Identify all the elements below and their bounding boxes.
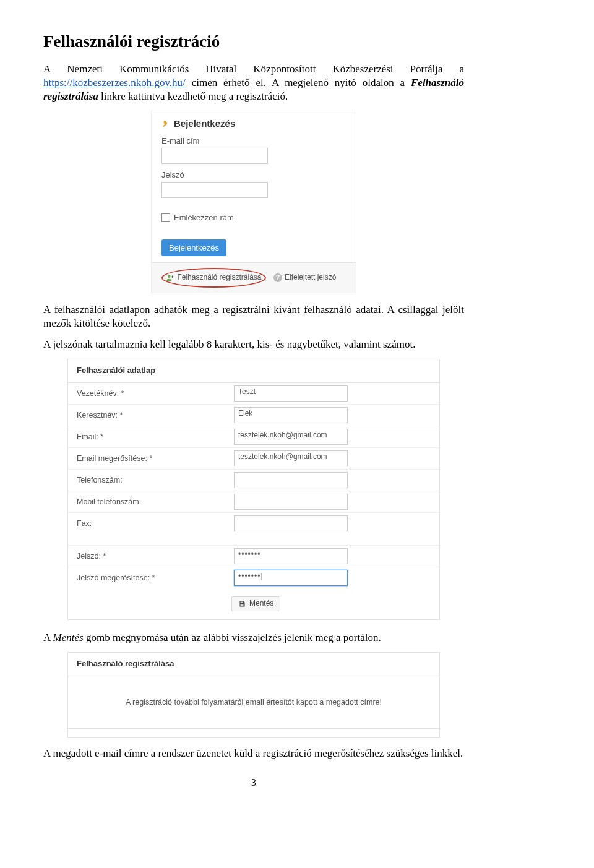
text: címen érhető el. A megjelenő nyitó oldal… [192,77,411,88]
paragraph-5: A megadott e-mail címre a rendszer üzene… [43,747,464,760]
form-row: Vezetéknév: *Teszt [68,383,439,405]
email-label: E-mail cím [161,136,346,147]
form-row: Keresztnév: *Elek [68,405,439,426]
page-number: 3 [43,776,464,789]
form-row: Jelszó: *••••••• [68,546,439,567]
svg-point-0 [168,275,171,278]
field-label: Telefonszám: [68,471,231,489]
key-icon [161,119,170,128]
save-icon [238,600,246,608]
field-label: Mobil telefonszám: [68,493,231,510]
login-screenshot: Bejelentkezés E-mail cím Jelszó Emlékezz… [151,111,356,293]
field-label: Keresztnév: * [68,406,231,424]
confirmation-message: A regisztráció további folyamatáról emai… [68,676,439,729]
field-label: Fax: [68,515,231,532]
user-data-form-screenshot: Felhasználói adatlap Vezetéknév: *TesztK… [67,359,440,620]
form-title: Felhasználói adatlap [68,359,439,383]
confirmation-screenshot: Felhasználó regisztrálása A regisztráció… [67,652,440,738]
form-row: Mobil telefonszám: [68,491,439,513]
field-input[interactable] [234,472,348,488]
form-row: Jelszó megerősítése: *•••••••| [68,567,439,588]
field-label: Email megerősítése: * [68,450,231,467]
page-heading: Felhasználói regisztráció [43,31,464,53]
form-row: Telefonszám: [68,470,439,491]
login-footer-links: Felhasználó regisztrálása ? Elfelejtett … [152,262,356,293]
text: gomb megnyomása után az alábbi visszajel… [86,632,381,643]
forgot-password-link[interactable]: Elfelejtett jelszó [285,273,336,283]
confirmation-title: Felhasználó regisztrálása [68,653,439,676]
login-title: Bejelentkezés [161,118,346,130]
text: A [43,632,53,643]
password-field[interactable]: ••••••• [234,548,348,564]
field-label: Jelszó megerősítése: * [68,569,231,587]
paragraph-4: A Mentés gomb megnyomása után az alábbi … [43,631,464,645]
form-row: Email megerősítése: *tesztelek.nkoh@gmai… [68,448,439,470]
email-input[interactable] [161,148,268,164]
password-label: Jelszó [161,170,346,181]
field-label: Email: * [68,428,231,445]
field-input[interactable] [234,515,348,531]
save-name: Mentés [53,632,84,643]
password-field[interactable]: •••••••| [234,570,348,586]
field-input[interactable]: tesztelek.nkoh@gmail.com [234,450,348,466]
register-user-link[interactable]: Felhasználó regisztrálása [177,273,261,283]
login-button[interactable]: Bejelentkezés [161,239,226,256]
field-input[interactable]: tesztelek.nkoh@gmail.com [234,429,348,445]
text: linkre kattintva kezdhető meg a regisztr… [101,90,288,102]
paragraph-2: A felhasználói adatlapon adhatók meg a r… [43,303,464,330]
text: A Nemzeti Kommunikációs Hivatal Központo… [43,63,464,75]
question-icon: ? [273,273,282,282]
portal-url-link[interactable]: https://kozbeszerzes.nkoh.gov.hu/ [43,77,186,88]
paragraph-3: A jelszónak tartalmaznia kell legalább 8… [43,338,464,351]
save-button[interactable]: Mentés [231,596,280,611]
field-input[interactable] [234,494,348,510]
field-input[interactable]: Teszt [234,385,348,402]
highlight-circle: Felhasználó regisztrálása [161,268,266,288]
login-title-text: Bejelentkezés [174,118,235,130]
save-button-label: Mentés [249,599,273,609]
password-input[interactable] [161,182,268,198]
remember-label: Emlékezzen rám [174,213,234,223]
user-plus-icon [166,273,174,282]
intro-paragraph: A Nemzeti Kommunikációs Hivatal Központo… [43,62,464,103]
field-label: Vezetéknév: * [68,385,231,402]
remember-checkbox[interactable] [161,213,170,222]
field-input[interactable]: Elek [234,407,348,423]
field-label: Jelszó: * [68,548,231,565]
form-row: Fax: [68,513,439,534]
form-row: Email: *tesztelek.nkoh@gmail.com [68,426,439,448]
